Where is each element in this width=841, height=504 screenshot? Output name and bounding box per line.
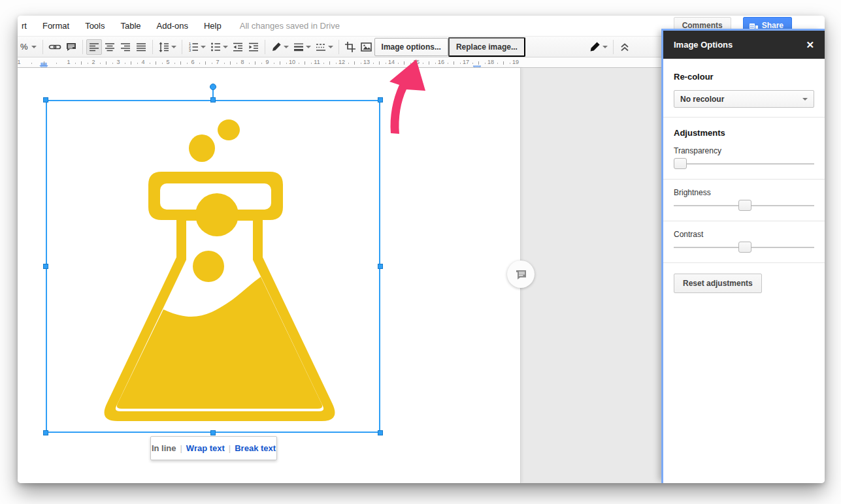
insert-link-button[interactable] [46,39,63,55]
ruler-number: 12 [338,59,345,65]
numbered-list-button[interactable]: 123 [186,39,208,55]
panel-header: Image Options ✕ [663,31,825,59]
line-weight-button[interactable] [291,39,313,55]
resize-handle-sw[interactable] [43,430,48,435]
ruler-tick [361,63,361,64]
ruler-tick [125,63,125,64]
panel-divider [663,179,825,180]
align-center-button[interactable] [102,39,118,55]
ruler-tick [230,61,231,65]
resize-handle-ne[interactable] [378,97,383,102]
ruler-tick [379,61,380,65]
toolbar-separator [613,40,614,54]
line-spacing-button[interactable] [156,39,178,55]
docs-window: rt Format Tools Table Add-ons Help All c… [18,16,825,483]
menu-help[interactable]: Help [204,21,222,31]
increase-indent-button[interactable] [246,39,261,55]
ruler-number: 6 [191,59,194,65]
line-dash-button[interactable] [313,39,335,55]
resize-handle-s[interactable] [210,430,216,435]
reset-adjustments-button[interactable]: Reset adjustments [674,274,762,293]
ruler-tick [205,61,206,65]
crop-image-button[interactable] [342,39,358,55]
toolbar-separator [152,40,153,54]
resize-handle-w[interactable] [43,264,48,269]
contrast-slider[interactable] [674,242,814,253]
ruler-tick [162,63,163,64]
svg-text:3: 3 [189,48,191,52]
editing-mode-button[interactable] [587,39,610,55]
resize-handle-e[interactable] [378,264,383,269]
ruler-tick [212,63,212,64]
chevron-down-icon [328,46,333,48]
ruler-tick [423,63,423,64]
ruler-tick [398,63,399,64]
document-page[interactable]: In line | Wrap text | Break text [18,68,521,483]
collapse-menus-button[interactable] [617,39,633,55]
ruler-tick [75,63,76,64]
menu-insert-partial[interactable]: rt [22,21,27,31]
resize-handle-n[interactable] [210,97,216,102]
image-options-button[interactable]: Image options... [374,38,448,56]
image-options-panel: Image Options ✕ Re-colour No recolour Ad… [661,29,825,483]
ruler-tick [255,61,256,65]
toolbar-separator [42,40,43,54]
insert-comment-button[interactable] [63,39,79,55]
menu-addons[interactable]: Add-ons [157,21,188,31]
align-left-icon [88,41,100,53]
ruler-number: 14 [388,59,395,65]
image-icon [360,41,372,53]
right-indent-marker[interactable] [472,62,482,68]
close-icon[interactable]: ✕ [806,39,814,51]
align-right-button[interactable] [118,39,133,55]
menu-tools[interactable]: Tools [85,21,105,31]
slider-handle[interactable] [738,242,751,253]
ruler-tick [44,61,44,65]
bulleted-list-button[interactable] [208,39,230,55]
ruler-tick [485,63,486,64]
replace-image-button[interactable]: Replace image... [448,37,525,57]
add-comment-floating-button[interactable] [507,260,535,288]
transparency-slider[interactable] [674,158,814,170]
ruler-tick [460,63,461,64]
ruler-number: 10 [289,59,295,65]
slider-handle[interactable] [674,158,687,169]
ruler-number: 8 [240,59,244,65]
ruler-number: 9 [265,59,269,65]
image-selection-box [46,100,380,433]
break-text-option[interactable]: Break text [235,443,276,453]
menu-table[interactable]: Table [120,21,140,31]
ruler-tick [329,61,330,65]
zoom-label: % [20,42,28,52]
screenshot-frame: rt Format Tools Table Add-ons Help All c… [0,0,841,504]
menu-format[interactable]: Format [42,21,69,31]
recolour-dropdown[interactable]: No recolour [674,90,814,108]
wrap-inline-option[interactable]: In line [152,443,176,453]
ruler-tick [106,61,107,65]
ruler-tick [156,61,156,65]
ruler-tick [429,61,429,65]
line-spacing-icon [158,41,170,53]
decrease-indent-button[interactable] [230,39,246,55]
ruler-tick [100,63,101,64]
ruler-tick [299,63,299,64]
resize-handle-nw[interactable] [43,97,48,102]
mask-image-button[interactable] [358,39,374,55]
justify-button[interactable] [133,39,149,55]
ruler-number: 15 [413,59,420,65]
resize-handle-se[interactable] [378,430,383,435]
align-center-icon [104,41,116,53]
brightness-slider[interactable] [674,200,814,212]
wrap-text-option[interactable]: Wrap text [186,443,225,453]
ruler-number: 4 [141,59,144,65]
align-left-button[interactable] [86,39,102,55]
chevron-down-icon [223,46,228,48]
ruler-tick [373,63,374,64]
increase-indent-icon [248,41,259,53]
toolbar-separator [82,40,83,54]
line-color-button[interactable] [269,39,291,55]
rotation-handle[interactable] [210,84,216,90]
slider-handle[interactable] [738,200,751,211]
zoom-control[interactable]: % [20,42,39,52]
chevron-down-icon [201,46,206,48]
